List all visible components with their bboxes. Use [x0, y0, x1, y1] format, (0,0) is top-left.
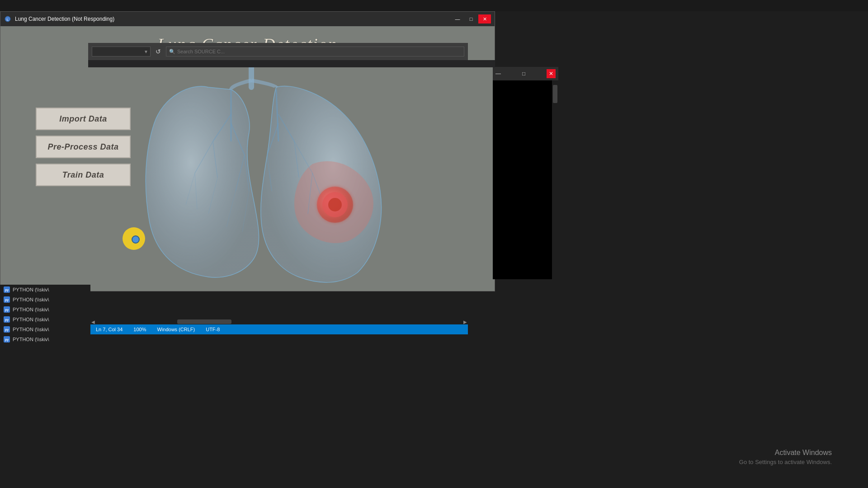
file-name: PYTHON (\\skiv\ — [13, 287, 49, 292]
file-icon: py — [4, 306, 10, 313]
loading-spinner-blue — [132, 235, 140, 244]
file-name: PYTHON (\\skiv\ — [13, 327, 49, 332]
sidebar-buttons: Import Data Pre-Process Data Train Data — [36, 108, 131, 186]
search-input[interactable] — [177, 49, 461, 54]
app-icon: L — [4, 15, 11, 23]
lung-svg — [118, 51, 471, 291]
horizontal-scrollbar-thumb[interactable] — [177, 319, 231, 324]
activate-windows-title: Activate Windows — [739, 449, 832, 457]
refresh-button[interactable]: ↺ — [153, 47, 163, 56]
line-ending: Windows (CRLF) — [157, 327, 195, 332]
horizontal-scrollbar[interactable]: ◀ ▶ — [90, 319, 468, 325]
secondary-title-bar: — □ ✕ — [493, 67, 558, 80]
list-item[interactable]: py PYTHON (\\skiv\ — [0, 285, 90, 295]
editor-toolbar: ▼ ↺ 🔍 — [88, 43, 468, 60]
list-item[interactable]: py PYTHON (\\skiv\ — [0, 295, 90, 305]
file-name: PYTHON (\\skiv\ — [13, 307, 49, 312]
encoding: UTF-8 — [206, 327, 220, 332]
file-name: PYTHON (\\skiv\ — [13, 337, 49, 342]
file-icon: py — [4, 326, 10, 333]
title-bar: L Lung Cancer Detection (Not Responding)… — [0, 12, 495, 26]
train-data-button[interactable]: Train Data — [36, 164, 131, 186]
maximize-button[interactable]: □ — [465, 14, 477, 23]
secondary-minimize-btn[interactable]: — — [495, 70, 501, 77]
secondary-panel — [493, 80, 558, 279]
file-name: PYTHON (\\skiv\ — [13, 297, 49, 302]
scroll-right-arrow[interactable]: ▶ — [462, 319, 468, 324]
zoom-level: 100% — [133, 327, 146, 332]
secondary-scrollbar[interactable] — [552, 80, 558, 279]
file-name: PYTHON (\\skiv\ — [13, 317, 49, 322]
file-list-panel: py PYTHON (\\skiv\ py PYTHON (\\skiv\ py… — [0, 285, 90, 357]
editor-title-area — [88, 60, 495, 67]
search-bar[interactable]: 🔍 — [166, 47, 464, 56]
preprocess-data-button[interactable]: Pre-Process Data — [36, 136, 131, 158]
cursor-position: Ln 7, Col 34 — [96, 327, 123, 332]
svg-text:L: L — [7, 18, 9, 22]
scroll-left-arrow[interactable]: ◀ — [90, 319, 96, 324]
loading-indicator — [123, 227, 147, 252]
secondary-close-btn[interactable]: ✕ — [547, 69, 556, 78]
secondary-scrollbar-thumb[interactable] — [553, 85, 557, 103]
file-icon: py — [4, 296, 10, 303]
import-data-button[interactable]: Import Data — [36, 108, 131, 130]
file-icon: py — [4, 336, 10, 343]
list-item[interactable]: py PYTHON (\\skiv\ — [0, 324, 90, 334]
close-button[interactable]: ✕ — [478, 14, 491, 23]
activate-windows-subtitle: Go to Settings to activate Windows. — [739, 459, 832, 465]
window-controls: — □ ✕ — [451, 14, 491, 23]
secondary-maximize-btn[interactable]: □ — [522, 70, 525, 77]
lung-illustration — [118, 51, 471, 291]
list-item[interactable]: py PYTHON (\\skiv\ — [0, 314, 90, 324]
svg-point-24 — [328, 198, 342, 211]
search-icon: 🔍 — [169, 49, 175, 55]
list-item[interactable]: py PYTHON (\\skiv\ — [0, 305, 90, 314]
list-item[interactable]: py PYTHON (\\skiv\ — [0, 334, 90, 344]
status-bar: Ln 7, Col 34 100% Windows (CRLF) UTF-8 — [90, 324, 468, 334]
file-icon: py — [4, 286, 10, 293]
top-bar — [0, 0, 868, 11]
file-icon: py — [4, 316, 10, 323]
minimize-button[interactable]: — — [451, 14, 464, 23]
window-title: Lung Cancer Detection (Not Responding) — [15, 16, 451, 22]
activate-windows-watermark: Activate Windows Go to Settings to activ… — [739, 449, 832, 465]
source-dropdown[interactable]: ▼ — [92, 47, 151, 56]
